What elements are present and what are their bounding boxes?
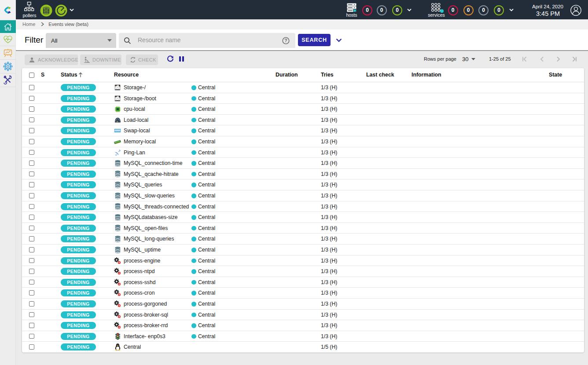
svg-text:?: ? bbox=[284, 38, 287, 43]
